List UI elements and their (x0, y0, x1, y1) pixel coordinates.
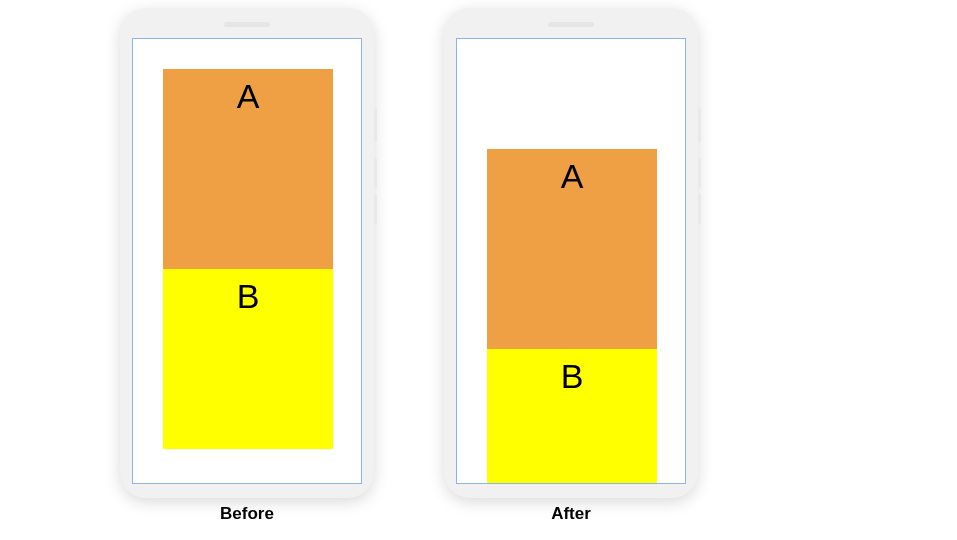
volume-down-button-icon (374, 194, 377, 224)
screen-after: A B (456, 38, 686, 484)
caption-after: After (551, 504, 591, 524)
after-unit: A B After (444, 8, 698, 524)
phone-frame-before: A B (120, 8, 374, 498)
phone-frame-after: A B (444, 8, 698, 498)
screen-before: A B (132, 38, 362, 484)
element-b-after: B (487, 349, 657, 484)
power-button-icon (698, 108, 701, 142)
element-a-after: A (487, 149, 657, 349)
power-button-icon (374, 108, 377, 142)
volume-down-button-icon (698, 194, 701, 224)
volume-up-button-icon (374, 158, 377, 188)
layout-shift-diagram: A B Before A B After (120, 8, 760, 532)
caption-before: Before (220, 504, 274, 524)
element-b-before: B (163, 269, 333, 449)
element-a-before: A (163, 69, 333, 269)
before-unit: A B Before (120, 8, 374, 524)
volume-up-button-icon (698, 158, 701, 188)
